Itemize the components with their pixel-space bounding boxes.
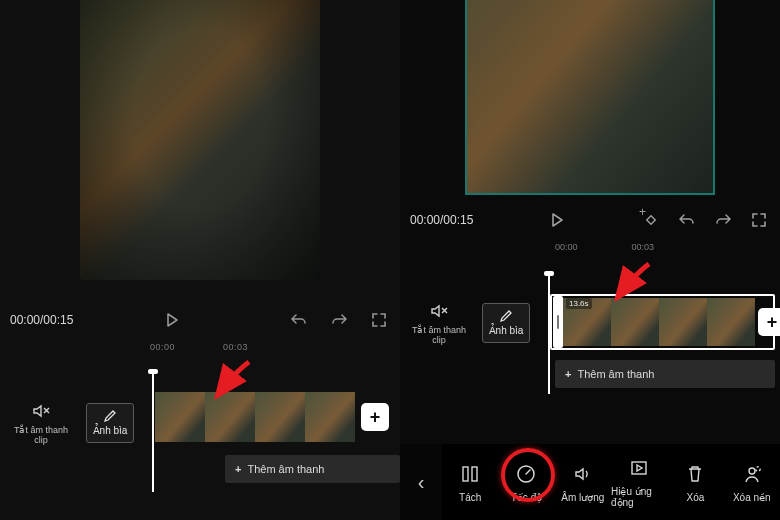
tool-label: Xóa bbox=[687, 492, 705, 503]
trash-icon bbox=[683, 462, 707, 486]
person-icon bbox=[740, 462, 764, 486]
ruler-tick: 00:03 bbox=[223, 342, 248, 356]
tool-volume[interactable]: Âm lượng bbox=[555, 444, 611, 520]
tool-label: Tốc độ bbox=[511, 492, 542, 503]
mute-icon bbox=[428, 300, 450, 322]
tool-label: Tách bbox=[459, 492, 481, 503]
play-icon[interactable] bbox=[161, 309, 183, 331]
tool-delete[interactable]: Xóa bbox=[667, 444, 723, 520]
left-panel: 00:00/00:15 00:00 00:03 Tắt âm thanh cli… bbox=[0, 0, 400, 520]
svg-rect-8 bbox=[632, 462, 646, 474]
fullscreen-icon[interactable] bbox=[748, 209, 770, 231]
clip-duration-badge: 13.6s bbox=[566, 298, 592, 309]
ruler-tick: 00:03 bbox=[632, 242, 655, 252]
video-preview-right[interactable] bbox=[465, 0, 715, 195]
pencil-icon bbox=[499, 309, 513, 323]
add-clip-button[interactable]: + bbox=[361, 403, 389, 431]
tool-effects[interactable]: Hiệu ứng động bbox=[611, 444, 667, 520]
plus-icon: + bbox=[370, 407, 381, 428]
chevron-left-icon: ‹ bbox=[418, 471, 425, 494]
pencil-icon bbox=[103, 409, 117, 423]
timeline-ruler-right: 00:00 00:03 bbox=[555, 242, 775, 252]
redo-icon[interactable] bbox=[712, 209, 734, 231]
undo-icon[interactable] bbox=[676, 209, 698, 231]
plus-icon: + bbox=[235, 463, 241, 475]
cover-image-button[interactable]: Ảnh bìa bbox=[86, 403, 134, 443]
svg-point-9 bbox=[749, 468, 755, 474]
clip-thumbnail[interactable] bbox=[659, 298, 707, 346]
mute-clip-button[interactable]: Tắt âm thanh clip bbox=[408, 300, 470, 346]
clip-thumbnail[interactable] bbox=[611, 298, 659, 346]
edit-toolbar: ‹ Tách Tốc độ Âm lượng Hiệu ứng động Xóa bbox=[400, 444, 780, 520]
toolbar-back-button[interactable]: ‹ bbox=[400, 444, 442, 520]
playback-controls-right: 00:00/00:15 + bbox=[400, 202, 780, 238]
plus-icon: + bbox=[767, 312, 778, 333]
time-counter: 00:00/00:15 bbox=[10, 313, 73, 327]
tool-label: Hiệu ứng động bbox=[611, 486, 667, 508]
add-audio-bar-right[interactable]: + Thêm âm thanh bbox=[555, 360, 775, 388]
effects-icon bbox=[627, 456, 651, 480]
ruler-tick: 00:00 bbox=[555, 242, 578, 252]
plus-icon: + bbox=[565, 368, 571, 380]
mute-clip-button[interactable]: Tắt âm thanh clip bbox=[10, 400, 72, 446]
mute-icon bbox=[30, 400, 52, 422]
volume-icon bbox=[571, 462, 595, 486]
fullscreen-icon[interactable] bbox=[368, 309, 390, 331]
undo-icon[interactable] bbox=[288, 309, 310, 331]
playback-controls-left: 00:00/00:15 bbox=[0, 300, 400, 340]
add-audio-bar-left[interactable]: + Thêm âm thanh bbox=[225, 455, 400, 483]
clip-thumbnail[interactable] bbox=[305, 392, 355, 442]
clip-thumbnail[interactable] bbox=[205, 392, 255, 442]
cover-image-button[interactable]: Ảnh bìa bbox=[482, 303, 530, 343]
clip-thumbnail[interactable] bbox=[155, 392, 205, 442]
add-audio-label: Thêm âm thanh bbox=[247, 463, 324, 475]
right-panel: 00:00/00:15 + 00:00 00:03 Tắt âm thanh c… bbox=[400, 0, 780, 520]
keyframe-icon[interactable]: + bbox=[640, 209, 662, 231]
svg-rect-2 bbox=[647, 216, 655, 224]
clip-trim-handle-left[interactable] bbox=[553, 296, 563, 348]
svg-point-10 bbox=[756, 466, 760, 470]
tool-split[interactable]: Tách bbox=[442, 444, 498, 520]
time-counter: 00:00/00:15 bbox=[410, 213, 473, 227]
speed-icon bbox=[514, 462, 538, 486]
svg-rect-6 bbox=[472, 467, 477, 481]
cover-label: Ảnh bìa bbox=[93, 425, 128, 436]
redo-icon[interactable] bbox=[328, 309, 350, 331]
cover-label: Ảnh bìa bbox=[489, 325, 524, 336]
mute-label: Tắt âm thanh clip bbox=[10, 426, 72, 446]
tool-speed[interactable]: Tốc độ bbox=[498, 444, 554, 520]
add-audio-label: Thêm âm thanh bbox=[577, 368, 654, 380]
mute-label: Tắt âm thanh clip bbox=[408, 326, 470, 346]
clip-side-controls-left: Tắt âm thanh clip Ảnh bìa bbox=[10, 400, 150, 446]
clip-thumbnail[interactable] bbox=[707, 298, 755, 346]
timeline-ruler-left: 00:00 00:03 bbox=[150, 342, 400, 356]
tool-label: Âm lượng bbox=[561, 492, 604, 503]
play-icon[interactable] bbox=[546, 209, 568, 231]
svg-rect-5 bbox=[463, 467, 468, 481]
tool-remove-background[interactable]: Xóa nền bbox=[724, 444, 780, 520]
clip-thumbnail[interactable] bbox=[255, 392, 305, 442]
add-clip-button[interactable]: + bbox=[758, 308, 780, 336]
clip-track-left[interactable]: + bbox=[155, 390, 395, 444]
tool-label: Xóa nền bbox=[733, 492, 771, 503]
playhead-left[interactable] bbox=[152, 372, 154, 492]
ruler-tick: 00:00 bbox=[150, 342, 175, 356]
video-preview-left[interactable] bbox=[80, 0, 320, 280]
split-icon bbox=[458, 462, 482, 486]
clip-side-controls-right: Tắt âm thanh clip Ảnh bìa bbox=[408, 300, 548, 346]
